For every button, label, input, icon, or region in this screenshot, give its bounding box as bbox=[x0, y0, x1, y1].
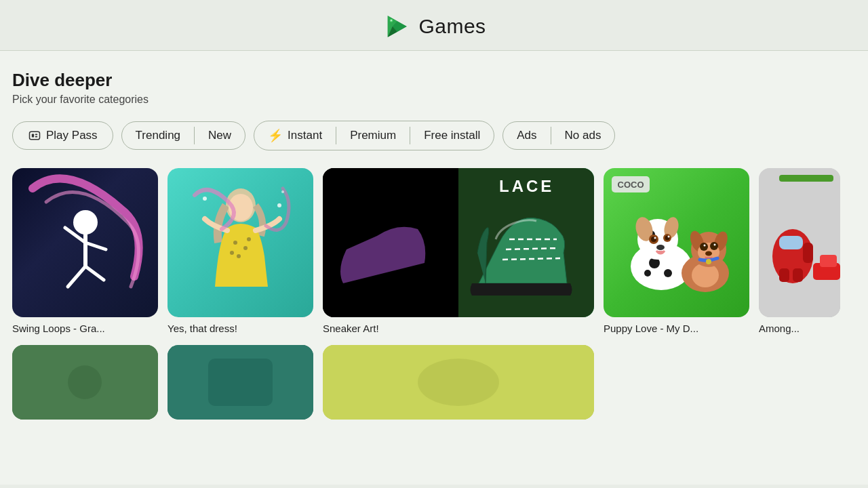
bolt-icon: ⚡ bbox=[268, 128, 283, 143]
svg-point-20 bbox=[237, 254, 241, 258]
svg-rect-62 bbox=[779, 175, 833, 182]
svg-point-58 bbox=[714, 244, 716, 246]
pass-icon bbox=[28, 129, 41, 142]
svg-point-60 bbox=[706, 259, 711, 264]
puppy-love-title: Puppy Love - My D... bbox=[604, 323, 749, 334]
instant-label: Instant bbox=[288, 129, 322, 142]
page-title: Games bbox=[418, 15, 486, 38]
game-card-among-us[interactable]: Among... bbox=[759, 168, 840, 334]
game-card-bottom-3[interactable] bbox=[323, 345, 594, 420]
sneaker-art-thumb: LACE bbox=[323, 168, 594, 317]
among-us-art bbox=[759, 168, 840, 317]
trending-label: Trending bbox=[136, 129, 180, 142]
filter-row: Play Pass Trending New ⚡ Instant Premium bbox=[12, 121, 856, 150]
games-row-1: Swing Loops - Gra... bbox=[12, 168, 856, 334]
svg-point-76 bbox=[418, 359, 499, 406]
yes-dress-art bbox=[167, 168, 313, 317]
svg-point-56 bbox=[710, 242, 718, 250]
puppy-love-art: COCO bbox=[604, 168, 749, 317]
bottom-game-1-art bbox=[12, 345, 158, 420]
chip-instant-premium-free: ⚡ Instant Premium Free install bbox=[254, 121, 494, 150]
chip-play-pass[interactable]: Play Pass bbox=[12, 121, 113, 150]
svg-text:LACE: LACE bbox=[499, 177, 554, 195]
chip-free-install[interactable]: Free install bbox=[410, 122, 494, 149]
svg-point-55 bbox=[700, 243, 708, 251]
ads-label: Ads bbox=[517, 129, 536, 142]
new-label: New bbox=[208, 129, 231, 142]
chip-trending[interactable]: Trending bbox=[122, 122, 194, 149]
bottom-game-2-art bbox=[167, 345, 313, 420]
free-install-label: Free install bbox=[424, 129, 480, 142]
game-card-puppy-love[interactable]: COCO bbox=[604, 168, 749, 334]
chip-ads[interactable]: Ads bbox=[503, 122, 550, 149]
bottom-game-3-art bbox=[323, 345, 594, 420]
svg-point-47 bbox=[668, 236, 670, 238]
svg-rect-6 bbox=[30, 131, 40, 140]
svg-point-37 bbox=[644, 270, 651, 277]
chip-trending-new: Trending New bbox=[121, 121, 245, 150]
svg-rect-8 bbox=[35, 134, 37, 136]
bottom-game-3-thumb bbox=[323, 345, 594, 420]
svg-point-36 bbox=[664, 269, 672, 277]
svg-rect-67 bbox=[779, 268, 789, 282]
svg-point-23 bbox=[203, 197, 207, 201]
svg-point-59 bbox=[705, 251, 712, 256]
svg-rect-68 bbox=[793, 268, 803, 282]
game-card-yes-dress[interactable]: Yes, that dress! bbox=[167, 168, 313, 334]
sneaker-art-artwork: LACE bbox=[323, 168, 594, 317]
main-content: Dive deeper Pick your favorite categorie… bbox=[0, 51, 868, 485]
chip-no-ads[interactable]: No ads bbox=[551, 122, 615, 149]
game-card-sneaker-art[interactable]: LACE bbox=[323, 168, 594, 334]
svg-line-15 bbox=[85, 266, 104, 280]
google-play-games-icon bbox=[382, 12, 410, 41]
svg-point-22 bbox=[230, 251, 234, 255]
chip-new[interactable]: New bbox=[195, 122, 245, 149]
svg-rect-66 bbox=[803, 243, 813, 263]
swing-loops-title: Swing Loops - Gra... bbox=[12, 323, 158, 334]
svg-point-19 bbox=[243, 246, 248, 250]
yes-dress-thumb bbox=[167, 168, 313, 317]
svg-rect-9 bbox=[35, 136, 37, 138]
games-row-2 bbox=[12, 345, 856, 420]
swing-loops-thumb bbox=[12, 168, 158, 317]
among-us-title: Among... bbox=[759, 323, 840, 334]
svg-point-21 bbox=[247, 237, 251, 241]
svg-rect-70 bbox=[820, 255, 837, 267]
svg-line-14 bbox=[68, 266, 85, 287]
svg-point-5 bbox=[391, 20, 392, 21]
svg-point-18 bbox=[233, 241, 237, 245]
svg-point-25 bbox=[281, 190, 284, 193]
svg-rect-65 bbox=[779, 236, 803, 249]
no-ads-label: No ads bbox=[565, 129, 601, 142]
game-card-bottom-1[interactable] bbox=[12, 345, 158, 420]
bottom-game-2-thumb bbox=[167, 345, 313, 420]
game-card-bottom-2[interactable] bbox=[167, 345, 313, 420]
bottom-game-1-thumb bbox=[12, 345, 158, 420]
svg-point-48 bbox=[656, 245, 665, 250]
play-pass-label: Play Pass bbox=[46, 129, 98, 142]
premium-label: Premium bbox=[350, 129, 396, 142]
section-subheading: Pick your favorite categories bbox=[12, 94, 856, 106]
chip-ads-noads: Ads No ads bbox=[502, 121, 615, 150]
svg-rect-7 bbox=[32, 134, 34, 138]
svg-point-46 bbox=[654, 237, 656, 239]
svg-point-10 bbox=[73, 210, 98, 235]
svg-point-57 bbox=[704, 245, 706, 247]
chip-premium[interactable]: Premium bbox=[336, 122, 410, 149]
chip-instant[interactable]: ⚡ Instant bbox=[254, 121, 336, 150]
svg-line-13 bbox=[85, 243, 106, 249]
puppy-love-thumb: COCO bbox=[604, 168, 749, 317]
svg-point-72 bbox=[68, 365, 102, 399]
game-card-swing-loops[interactable]: Swing Loops - Gra... bbox=[12, 168, 158, 334]
section-heading: Dive deeper bbox=[12, 70, 856, 91]
svg-text:COCO: COCO bbox=[618, 180, 644, 190]
sneaker-art-title: Sneaker Art! bbox=[323, 323, 594, 334]
yes-dress-title: Yes, that dress! bbox=[167, 323, 313, 334]
header: Games bbox=[0, 0, 868, 51]
swing-loops-art bbox=[12, 168, 158, 317]
svg-point-24 bbox=[277, 203, 281, 207]
svg-rect-74 bbox=[208, 359, 273, 406]
among-us-thumb bbox=[759, 168, 840, 317]
